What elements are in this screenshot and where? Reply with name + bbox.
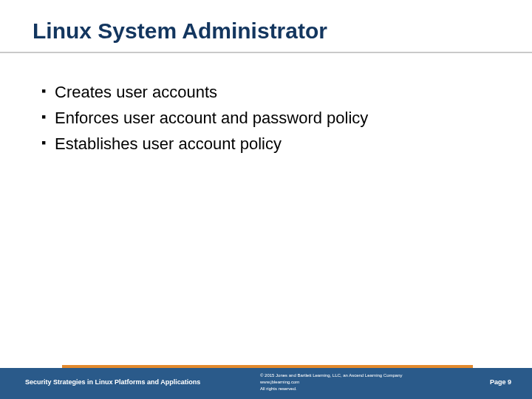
slide: Linux System Administrator Creates user … bbox=[0, 0, 532, 399]
slide-body: Creates user accounts Enforces user acco… bbox=[41, 80, 502, 157]
footer-course-title: Security Strategies in Linux Platforms a… bbox=[25, 378, 200, 386]
copyright-rights: All rights reserved. bbox=[260, 386, 403, 392]
bullet-item: Enforces user account and password polic… bbox=[41, 106, 502, 130]
copyright-line: © 2015 Jones and Bartlett Learning, LLC,… bbox=[260, 372, 403, 379]
footer-bar: Security Strategies in Linux Platforms a… bbox=[0, 368, 532, 399]
bullet-item: Establishes user account policy bbox=[41, 132, 502, 156]
page-number: Page 9 bbox=[490, 378, 511, 386]
footer-copyright: © 2015 Jones and Bartlett Learning, LLC,… bbox=[260, 372, 403, 392]
bullet-list: Creates user accounts Enforces user acco… bbox=[41, 80, 502, 156]
title-divider bbox=[0, 52, 532, 53]
footer-accent bbox=[62, 365, 473, 368]
copyright-url: www.jblearning.com bbox=[260, 379, 403, 386]
bullet-item: Creates user accounts bbox=[41, 80, 502, 104]
slide-title: Linux System Administrator bbox=[33, 18, 502, 44]
